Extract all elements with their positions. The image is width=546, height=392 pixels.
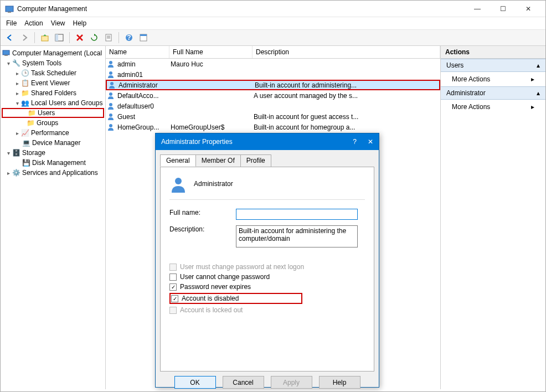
list-row[interactable]: defaultuser0 (106, 101, 440, 111)
row-fullname: HomeGroupUser$ (171, 123, 254, 131)
delete-button[interactable] (74, 32, 86, 44)
perf-icon: 📈 (20, 128, 29, 137)
dialog-buttons: OK Cancel Apply Help (156, 376, 379, 392)
actions-section-admin[interactable]: Administrator▴ (441, 86, 545, 100)
properties-button[interactable] (137, 32, 150, 44)
show-hide-tree-button[interactable] (53, 32, 65, 44)
column-description[interactable]: Description (253, 46, 440, 58)
list-row[interactable]: admin01 (106, 69, 440, 80)
checkbox-cannot-change-pw[interactable]: User cannot change password (169, 273, 365, 281)
user-icon (107, 123, 116, 132)
svg-point-13 (109, 71, 112, 75)
ok-button[interactable]: OK (174, 376, 216, 389)
checkbox-pw-never-expires[interactable]: ✓ Password never expires (169, 283, 365, 291)
close-button[interactable]: ✕ (516, 1, 541, 17)
column-name[interactable]: Name (106, 46, 169, 58)
properties-dialog: Administrator Properties ? ✕ General Mem… (155, 133, 379, 388)
tree-storage[interactable]: ▾🗄️Storage (2, 148, 104, 158)
cancel-button[interactable]: Cancel (223, 376, 264, 389)
user-icon (107, 112, 116, 121)
row-fullname: Mauro Huc (171, 60, 254, 68)
tree-disk-management[interactable]: 💾Disk Management (2, 158, 104, 168)
tree-root[interactable]: Computer Management (Local (2, 48, 104, 58)
row-name: HomeGroup... (117, 123, 159, 131)
list-row[interactable]: DefaultAcco...A user account managed by … (106, 90, 440, 101)
menu-action[interactable]: Action (24, 19, 43, 27)
maximize-button[interactable]: ☐ (490, 1, 516, 17)
tree-systools[interactable]: ▾🔧System Tools (2, 58, 104, 68)
tree-performance[interactable]: ▸📈Performance (2, 128, 104, 138)
dialog-username: Administrator (194, 180, 233, 188)
services-icon: ⚙️ (12, 168, 20, 177)
dialog-close-button[interactable]: ✕ (368, 138, 373, 146)
menu-help[interactable]: Help (73, 19, 87, 27)
menu-bar: File Action View Help (1, 17, 545, 30)
export-button[interactable] (102, 32, 115, 44)
tab-general[interactable]: General (160, 154, 196, 167)
svg-rect-9 (140, 34, 147, 36)
tree-task-scheduler[interactable]: ▸🕒Task Scheduler (2, 68, 104, 78)
svg-rect-5 (106, 34, 111, 41)
description-label: Description: (169, 225, 236, 233)
row-description: A user account managed by the s... (254, 92, 439, 100)
tab-panel-general: Administrator Full name: Description: Bu… (160, 167, 374, 372)
checkbox-account-disabled[interactable]: ✓ Account is disabled (169, 293, 302, 304)
refresh-button[interactable] (88, 32, 100, 44)
menu-view[interactable]: View (51, 19, 65, 27)
dialog-help-button[interactable]: ? (353, 138, 357, 146)
row-name: admin01 (117, 71, 143, 79)
svg-point-19 (175, 178, 182, 184)
description-input[interactable]: Built-in account for administering the c… (236, 225, 358, 247)
user-icon (107, 91, 116, 100)
svg-rect-2 (42, 36, 48, 41)
tree-local-users-groups[interactable]: ▾👥Local Users and Groups (2, 98, 104, 108)
row-description: Built-in account for administering... (255, 81, 438, 89)
dialog-title-bar[interactable]: Administrator Properties ? ✕ (156, 133, 379, 150)
tree-users[interactable]: 📁Users (2, 108, 104, 118)
row-name: admin (117, 60, 136, 68)
list-row[interactable]: AdministratorBuilt-in account for admini… (106, 80, 440, 90)
actions-section-users[interactable]: Users▴ (441, 59, 545, 72)
apply-button[interactable]: Apply (271, 376, 312, 389)
tree-shared-folders[interactable]: ▸📁Shared Folders (2, 88, 104, 98)
svg-point-16 (109, 103, 112, 106)
svg-point-15 (109, 92, 112, 96)
tab-member-of[interactable]: Member Of (195, 154, 241, 167)
row-description: Built-in account for homegroup a... (254, 123, 439, 131)
minimize-button[interactable]: — (465, 1, 490, 17)
list-row[interactable]: adminMauro Huc (106, 59, 440, 69)
svg-rect-10 (3, 50, 9, 55)
checkbox-icon (169, 264, 177, 271)
row-description: Built-in account for guest access t... (254, 113, 439, 121)
collapse-icon: ▴ (537, 61, 540, 69)
svg-point-17 (109, 114, 112, 117)
user-icon (107, 102, 116, 111)
help-button[interactable]: Help (319, 376, 360, 389)
tree-groups[interactable]: 📁Groups (2, 118, 104, 128)
checkbox-icon (169, 307, 177, 314)
tree-pane: Computer Management (Local ▾🔧System Tool… (1, 46, 106, 389)
tree-event-viewer[interactable]: ▸📋Event Viewer (2, 78, 104, 88)
event-icon: 📋 (20, 79, 29, 87)
tools-icon: 🔧 (12, 59, 20, 68)
checkbox-icon (169, 274, 177, 281)
tab-profile[interactable]: Profile (240, 154, 271, 167)
list-row[interactable]: GuestBuilt-in account for guest access t… (106, 111, 440, 122)
fullname-label: Full name: (169, 209, 236, 216)
tree-services-apps[interactable]: ▸⚙️Services and Applications (2, 168, 104, 178)
list-row[interactable]: HomeGroup...HomeGroupUser$Built-in accou… (106, 122, 440, 132)
column-fullname[interactable]: Full Name (169, 46, 253, 58)
back-button[interactable] (4, 32, 16, 44)
up-button[interactable] (39, 32, 51, 44)
actions-more-users[interactable]: More Actions▸ (441, 72, 545, 86)
tree-device-manager[interactable]: 💻Device Manager (2, 138, 104, 148)
menu-file[interactable]: File (6, 19, 17, 27)
help-button[interactable]: ? (123, 32, 135, 44)
forward-button[interactable] (18, 32, 30, 44)
fullname-input[interactable] (236, 209, 358, 220)
actions-pane: Actions Users▴ More Actions▸ Administrat… (440, 46, 545, 389)
actions-more-admin[interactable]: More Actions▸ (441, 100, 545, 114)
checkbox-must-change-pw: User must change password at next logon (169, 263, 365, 271)
toolbar: ? (1, 30, 545, 46)
row-name: Administrator (119, 81, 158, 89)
